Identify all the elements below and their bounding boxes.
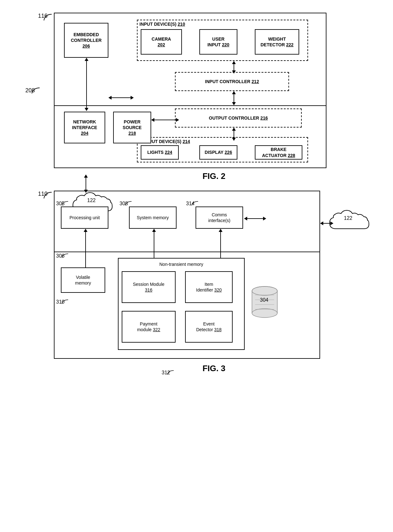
- comms-interface-label: Commsinterface(s): [208, 212, 230, 223]
- arrow-ec-to-ps-h: [108, 96, 134, 100]
- weight-detector-box: WEIGHTDETECTOR 222: [255, 29, 299, 55]
- power-source-label: POWERSOURCE218: [123, 119, 142, 136]
- arrow-inputctrl-to-outputctrl: [232, 91, 236, 105]
- output-devices-box: OUTPUT DEVICE(S) 214 LIGHTS 224 DISPLAY …: [137, 137, 308, 162]
- arrow-outputctrl-to-outputdev: [232, 128, 236, 141]
- fig3-bracket-110: [44, 191, 53, 200]
- output-controller-box: OUTPUT CONTROLLER 216: [175, 108, 302, 128]
- item-identifier-box: ItemIdentifier 320: [185, 271, 233, 303]
- non-transient-label: Non-transient memory: [122, 262, 241, 267]
- fig2-caption: FIG. 2: [54, 171, 374, 181]
- database-icon: 304: [250, 284, 279, 319]
- session-module-label: Session Module316: [133, 281, 164, 293]
- input-controller-box: INPUT CONTROLLER 212: [175, 72, 289, 91]
- payment-module-label: Paymentmodule 322: [137, 321, 160, 332]
- payment-module-box: Paymentmodule 322: [122, 311, 176, 343]
- volatile-memory-label: Volatilememory: [75, 274, 91, 286]
- system-memory-box: System memory: [129, 207, 177, 229]
- output-controller-label: OUTPUT CONTROLLER 216: [209, 115, 268, 121]
- fig3-outer-box: 305 308 314 Processing unit: [54, 191, 320, 359]
- user-input-box: USERINPUT 220: [199, 29, 237, 55]
- event-detector-label: EventDetector 318: [196, 321, 222, 332]
- fig2-bracket-208: [32, 87, 41, 95]
- network-interface-label: NETWORKINTERFACE204: [72, 119, 97, 136]
- fig3-cloud-label: 122: [344, 215, 352, 221]
- db-label: 304: [260, 297, 268, 303]
- fig3-caption: FIG. 3: [54, 364, 374, 373]
- embedded-controller-label: EMBEDDEDCONTROLLER206: [71, 32, 101, 49]
- lights-label: LIGHTS 224: [147, 149, 172, 155]
- fig3-bracket-305: [62, 201, 70, 207]
- fig3-bracket-314: [192, 201, 200, 207]
- network-interface-box: NETWORKINTERFACE204: [64, 112, 105, 143]
- system-memory-label: System memory: [137, 215, 169, 220]
- brake-actuator-box: BRAKE ACTUATOR 228: [255, 145, 302, 160]
- fig3-bracket-308: [125, 201, 133, 207]
- arrow-inputdev-to-inputctrl: [232, 61, 236, 74]
- brake-actuator-label: BRAKE ACTUATOR 228: [258, 147, 299, 158]
- fig2-section: 116 208 EMBEDDEDCONTROLLER206: [19, 13, 374, 181]
- power-source-box: POWERSOURCE218: [113, 112, 151, 143]
- input-controller-label: INPUT CONTROLLER 212: [205, 79, 259, 84]
- event-detector-box: EventDetector 318: [185, 311, 233, 343]
- page-container: 116 208 EMBEDDEDCONTROLLER206: [0, 0, 393, 380]
- processing-unit-box: Processing unit: [61, 207, 108, 229]
- arrow-box-to-cloud: [320, 221, 333, 225]
- fig2-separator-h: [55, 105, 326, 106]
- item-identifier-label: ItemIdentifier 320: [196, 281, 222, 293]
- embedded-controller-box: EMBEDDEDCONTROLLER206: [64, 23, 108, 58]
- fig2-bracket-116: [44, 13, 53, 22]
- fig2-outer-box: EMBEDDEDCONTROLLER206 INPUT DEVICE(S) 21…: [54, 13, 326, 168]
- camera-label: CAMERA202: [151, 36, 171, 48]
- arrow-ec-down: [85, 58, 88, 111]
- display-label: DISPLAY 226: [205, 149, 232, 155]
- weight-detector-label: WEIGHTDETECTOR 222: [261, 36, 293, 48]
- arrow-pu-to-vol: [84, 229, 87, 273]
- arrow-comms-right: [244, 217, 266, 220]
- fig3-separator-h: [55, 252, 319, 252]
- session-module-box: Session Module316: [122, 271, 176, 303]
- user-input-label: USERINPUT 220: [207, 36, 229, 48]
- fig3-bracket-310: [62, 299, 70, 305]
- lights-box: LIGHTS 224: [141, 145, 179, 160]
- camera-box: CAMERA202: [141, 29, 182, 55]
- fig3-bracket-306: [62, 253, 70, 259]
- comms-interface-box: Commsinterface(s): [196, 207, 243, 229]
- fig3-section: 110 305 308 314: [19, 191, 374, 373]
- volatile-memory-box: Volatilememory: [61, 267, 105, 293]
- arrow-ps-to-right: [151, 118, 179, 122]
- display-box: DISPLAY 226: [199, 145, 237, 160]
- arrow-ni-to-cloud: [84, 174, 88, 193]
- svg-point-2: [252, 309, 277, 318]
- fig3-bracket-312: [167, 370, 175, 376]
- non-transient-memory-box: Non-transient memory Session Module316 I…: [118, 258, 245, 350]
- processing-unit-label: Processing unit: [69, 215, 100, 220]
- input-devices-box: INPUT DEVICE(S) 210 CAMERA202 USERINPUT …: [137, 20, 308, 61]
- input-devices-label: INPUT DEVICE(S) 210: [139, 22, 185, 27]
